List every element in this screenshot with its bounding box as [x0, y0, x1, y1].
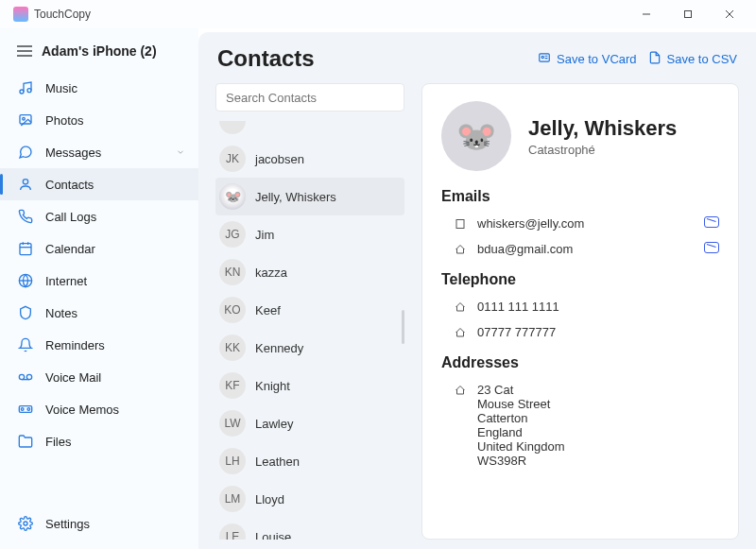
save-vcard-button[interactable]: Save to VCard: [538, 51, 637, 67]
minimize-button[interactable]: [626, 0, 667, 28]
avatar: LM: [219, 486, 246, 512]
files-icon: [17, 434, 34, 449]
device-name[interactable]: Adam's iPhone (2): [42, 43, 157, 59]
sidebar-item-calendar[interactable]: Calendar: [0, 232, 198, 265]
contact-name-cell: Jelly, Whiskers: [255, 190, 336, 204]
window-title: TouchCopy: [34, 8, 626, 21]
contact-name-cell: Kennedy: [255, 341, 303, 355]
hamburger-icon[interactable]: [17, 45, 32, 57]
internet-icon: [17, 273, 34, 288]
contact-name: Jelly, Whiskers: [528, 116, 677, 141]
sidebar-item-label: Call Logs: [45, 210, 96, 224]
sidebar-item-photos[interactable]: Photos: [0, 104, 198, 136]
titlebar: TouchCopy: [0, 0, 756, 28]
close-button[interactable]: [709, 0, 750, 28]
chevron-down-icon: [176, 146, 185, 160]
scrollbar[interactable]: [402, 310, 404, 344]
contact-name-cell: Keef: [255, 303, 281, 317]
contact-subtitle: Catastrophé: [528, 143, 677, 157]
sidebar-item-label: Voice Memos: [45, 403, 119, 417]
sidebar-item-label: Photos: [45, 113, 83, 128]
svg-point-7: [20, 90, 24, 94]
contact-name-cell: Lawley: [255, 417, 293, 431]
messages-icon: [17, 145, 34, 160]
home-icon: [455, 383, 468, 396]
sidebar-item-label: Notes: [45, 306, 77, 320]
svg-rect-25: [540, 53, 550, 60]
sidebar-item-call-logs[interactable]: Call Logs: [0, 200, 198, 232]
sidebar-settings[interactable]: Settings: [0, 507, 198, 540]
contact-list-item[interactable]: KKKennedy: [215, 329, 404, 367]
save-csv-button[interactable]: Save to CSV: [648, 51, 737, 67]
sidebar-item-reminders[interactable]: Reminders: [0, 329, 198, 361]
svg-rect-27: [456, 220, 464, 229]
svg-point-18: [19, 374, 24, 379]
contact-list-item[interactable]: KNkazza: [215, 253, 404, 291]
home-icon: [455, 242, 468, 255]
contact-list-item[interactable]: LELouise: [215, 518, 404, 540]
svg-point-23: [27, 408, 30, 411]
address-line: 23 Cat: [477, 383, 719, 397]
voice-mail-icon: [17, 369, 34, 385]
avatar: [219, 183, 246, 210]
sidebar-item-internet[interactable]: Internet: [0, 265, 198, 297]
email-row: bdua@gmail.com: [441, 236, 719, 262]
sidebar-item-notes[interactable]: Notes: [0, 297, 198, 329]
contact-avatar: 🐭: [441, 101, 511, 171]
sidebar-item-label: Music: [45, 81, 77, 95]
sidebar-item-contacts[interactable]: Contacts: [0, 168, 198, 200]
contact-list-item[interactable]: [215, 121, 404, 140]
avatar: [219, 121, 246, 134]
settings-label: Settings: [45, 517, 90, 531]
contact-list-item[interactable]: Jelly, Whiskers: [215, 178, 404, 215]
sidebar-item-voice-memos[interactable]: Voice Memos: [0, 393, 198, 425]
contact-list-item[interactable]: LHLeathen: [215, 442, 404, 480]
contact-name-cell: Leathen: [255, 455, 300, 469]
music-icon: [17, 80, 34, 95]
contact-list-item[interactable]: JKjacobsen: [215, 140, 404, 178]
addresses-heading: Addresses: [441, 354, 719, 371]
sidebar-item-label: Voice Mail: [45, 370, 101, 385]
building-icon: [455, 216, 468, 230]
avatar: JG: [219, 221, 246, 248]
contact-list-item[interactable]: JGJim: [215, 215, 404, 253]
sidebar-item-messages[interactable]: Messages: [0, 136, 198, 168]
avatar: KK: [219, 335, 246, 361]
address-row: 23 CatMouse StreetCattertonEnglandUnited…: [441, 377, 719, 473]
contact-list-item[interactable]: KOKeef: [215, 291, 404, 329]
svg-rect-1: [685, 11, 692, 18]
sidebar-item-label: Files: [45, 435, 71, 449]
sidebar-item-label: Reminders: [45, 338, 105, 352]
address-line: England: [477, 425, 719, 439]
app-icon: [13, 7, 28, 22]
mail-icon[interactable]: [704, 242, 719, 253]
svg-rect-12: [20, 244, 31, 255]
sidebar-item-music[interactable]: Music: [0, 72, 198, 104]
contact-list-item[interactable]: LWLawley: [215, 404, 404, 442]
sidebar-item-label: Calendar: [45, 242, 95, 256]
avatar: KO: [219, 297, 246, 323]
call-logs-icon: [17, 209, 34, 224]
sidebar-item-files[interactable]: Files: [0, 425, 198, 457]
svg-point-24: [24, 522, 27, 525]
svg-point-19: [26, 374, 31, 379]
sidebar-item-label: Contacts: [45, 178, 94, 192]
maximize-button[interactable]: [667, 0, 709, 28]
avatar: LE: [219, 523, 246, 540]
address-line: United Kingdom: [477, 439, 719, 454]
search-input[interactable]: [215, 83, 404, 112]
contact-list-item[interactable]: LMLloyd: [215, 480, 404, 518]
emails-heading: Emails: [441, 188, 719, 205]
sidebar-item-label: Messages: [45, 146, 101, 160]
sidebar: Adam's iPhone (2) MusicPhotosMessagesCon…: [0, 28, 198, 549]
avatar: JK: [219, 146, 246, 172]
tel-row: 0111 111 1111: [441, 294, 719, 319]
svg-point-22: [21, 408, 24, 411]
sidebar-item-voice-mail[interactable]: Voice Mail: [0, 361, 198, 393]
csv-icon: [648, 51, 662, 67]
avatar: KN: [219, 259, 246, 285]
contact-list-item[interactable]: KFKnight: [215, 367, 404, 404]
notes-icon: [17, 305, 34, 320]
avatar: LH: [219, 448, 246, 474]
mail-icon[interactable]: [704, 216, 719, 228]
